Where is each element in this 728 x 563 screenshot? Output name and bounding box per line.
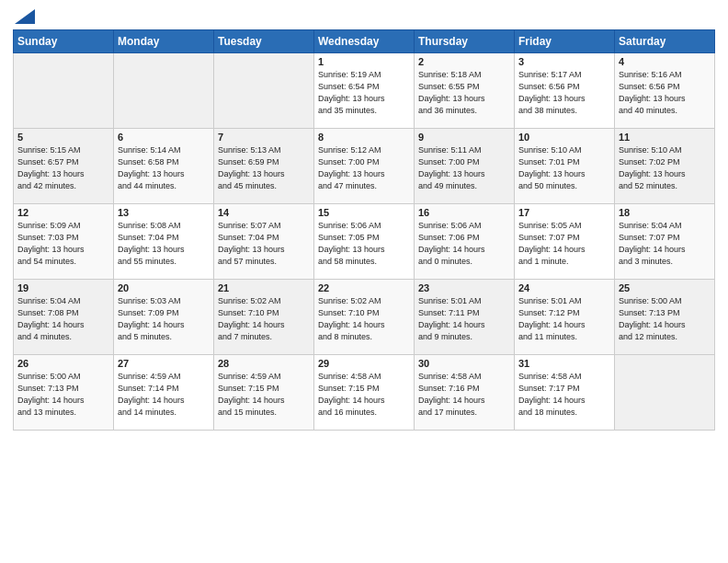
week-row-1: 1Sunrise: 5:19 AM Sunset: 6:54 PM Daylig…	[14, 53, 715, 129]
day-number: 19	[17, 282, 109, 293]
day-info: Sunrise: 5:06 AM Sunset: 7:05 PM Dayligh…	[318, 220, 410, 268]
day-number: 31	[518, 358, 610, 369]
day-number: 9	[418, 132, 510, 143]
day-number: 23	[418, 282, 510, 293]
day-number: 20	[118, 282, 210, 293]
day-info: Sunrise: 5:10 AM Sunset: 7:01 PM Dayligh…	[518, 144, 610, 192]
col-header-wednesday: Wednesday	[314, 30, 415, 53]
calendar-cell: 5Sunrise: 5:15 AM Sunset: 6:57 PM Daylig…	[14, 129, 114, 204]
calendar-cell: 3Sunrise: 5:17 AM Sunset: 6:56 PM Daylig…	[515, 53, 615, 129]
col-header-tuesday: Tuesday	[214, 30, 314, 53]
day-info: Sunrise: 5:17 AM Sunset: 6:56 PM Dayligh…	[518, 69, 610, 117]
calendar-cell	[14, 53, 114, 129]
calendar-cell: 22Sunrise: 5:02 AM Sunset: 7:10 PM Dayli…	[314, 280, 415, 355]
day-info: Sunrise: 5:07 AM Sunset: 7:04 PM Dayligh…	[218, 220, 310, 268]
day-number: 8	[318, 132, 410, 143]
day-number: 1	[318, 56, 410, 67]
day-info: Sunrise: 5:05 AM Sunset: 7:07 PM Dayligh…	[518, 220, 610, 268]
day-info: Sunrise: 5:12 AM Sunset: 7:00 PM Dayligh…	[318, 144, 410, 192]
page-container: SundayMondayTuesdayWednesdayThursdayFrid…	[0, 0, 728, 440]
day-info: Sunrise: 5:04 AM Sunset: 7:08 PM Dayligh…	[17, 295, 109, 343]
day-info: Sunrise: 5:08 AM Sunset: 7:04 PM Dayligh…	[118, 220, 210, 268]
day-info: Sunrise: 5:19 AM Sunset: 6:54 PM Dayligh…	[318, 69, 410, 117]
calendar-cell: 8Sunrise: 5:12 AM Sunset: 7:00 PM Daylig…	[314, 129, 415, 204]
day-number: 13	[118, 207, 210, 218]
day-number: 5	[17, 132, 109, 143]
col-header-friday: Friday	[515, 30, 615, 53]
day-info: Sunrise: 4:59 AM Sunset: 7:14 PM Dayligh…	[118, 371, 210, 419]
calendar-cell: 6Sunrise: 5:14 AM Sunset: 6:58 PM Daylig…	[114, 129, 214, 204]
day-info: Sunrise: 4:59 AM Sunset: 7:15 PM Dayligh…	[218, 371, 310, 419]
day-number: 29	[318, 358, 410, 369]
day-number: 7	[218, 132, 310, 143]
calendar-cell: 17Sunrise: 5:05 AM Sunset: 7:07 PM Dayli…	[515, 204, 615, 280]
calendar-cell: 23Sunrise: 5:01 AM Sunset: 7:11 PM Dayli…	[415, 280, 515, 355]
day-number: 28	[218, 358, 310, 369]
day-number: 17	[518, 207, 610, 218]
day-number: 15	[318, 207, 410, 218]
calendar-cell: 11Sunrise: 5:10 AM Sunset: 7:02 PM Dayli…	[615, 129, 715, 204]
week-row-2: 5Sunrise: 5:15 AM Sunset: 6:57 PM Daylig…	[14, 129, 715, 204]
day-info: Sunrise: 4:58 AM Sunset: 7:15 PM Dayligh…	[318, 371, 410, 419]
calendar-cell	[615, 355, 715, 431]
calendar-header-row: SundayMondayTuesdayWednesdayThursdayFrid…	[14, 30, 715, 53]
logo	[13, 9, 35, 22]
day-info: Sunrise: 5:15 AM Sunset: 6:57 PM Dayligh…	[17, 144, 109, 192]
calendar-cell: 24Sunrise: 5:01 AM Sunset: 7:12 PM Dayli…	[515, 280, 615, 355]
day-info: Sunrise: 5:18 AM Sunset: 6:55 PM Dayligh…	[418, 69, 510, 117]
day-number: 3	[518, 56, 610, 67]
day-number: 11	[619, 132, 711, 143]
calendar-cell: 1Sunrise: 5:19 AM Sunset: 6:54 PM Daylig…	[314, 53, 415, 129]
calendar-cell: 10Sunrise: 5:10 AM Sunset: 7:01 PM Dayli…	[515, 129, 615, 204]
calendar-cell: 18Sunrise: 5:04 AM Sunset: 7:07 PM Dayli…	[615, 204, 715, 280]
day-info: Sunrise: 4:58 AM Sunset: 7:17 PM Dayligh…	[518, 371, 610, 419]
calendar-cell: 29Sunrise: 4:58 AM Sunset: 7:15 PM Dayli…	[314, 355, 415, 431]
calendar-cell: 19Sunrise: 5:04 AM Sunset: 7:08 PM Dayli…	[14, 280, 114, 355]
calendar-cell: 12Sunrise: 5:09 AM Sunset: 7:03 PM Dayli…	[14, 204, 114, 280]
col-header-monday: Monday	[114, 30, 214, 53]
calendar-cell	[114, 53, 214, 129]
calendar-cell: 7Sunrise: 5:13 AM Sunset: 6:59 PM Daylig…	[214, 129, 314, 204]
svg-marker-0	[15, 9, 35, 24]
col-header-sunday: Sunday	[14, 30, 114, 53]
day-number: 18	[619, 207, 711, 218]
calendar-cell: 30Sunrise: 4:58 AM Sunset: 7:16 PM Dayli…	[415, 355, 515, 431]
header	[13, 9, 715, 22]
day-number: 27	[118, 358, 210, 369]
calendar-cell	[214, 53, 314, 129]
calendar-cell: 16Sunrise: 5:06 AM Sunset: 7:06 PM Dayli…	[415, 204, 515, 280]
calendar-cell: 31Sunrise: 4:58 AM Sunset: 7:17 PM Dayli…	[515, 355, 615, 431]
day-number: 16	[418, 207, 510, 218]
calendar-cell: 27Sunrise: 4:59 AM Sunset: 7:14 PM Dayli…	[114, 355, 214, 431]
day-info: Sunrise: 5:06 AM Sunset: 7:06 PM Dayligh…	[418, 220, 510, 268]
day-info: Sunrise: 5:10 AM Sunset: 7:02 PM Dayligh…	[619, 144, 711, 192]
day-number: 24	[518, 282, 610, 293]
week-row-4: 19Sunrise: 5:04 AM Sunset: 7:08 PM Dayli…	[14, 280, 715, 355]
day-number: 25	[619, 282, 711, 293]
day-info: Sunrise: 5:00 AM Sunset: 7:13 PM Dayligh…	[619, 295, 711, 343]
calendar-cell: 25Sunrise: 5:00 AM Sunset: 7:13 PM Dayli…	[615, 280, 715, 355]
day-info: Sunrise: 5:09 AM Sunset: 7:03 PM Dayligh…	[17, 220, 109, 268]
day-number: 14	[218, 207, 310, 218]
col-header-saturday: Saturday	[615, 30, 715, 53]
logo-icon	[15, 9, 35, 24]
calendar-table: SundayMondayTuesdayWednesdayThursdayFrid…	[13, 29, 715, 431]
day-number: 22	[318, 282, 410, 293]
day-info: Sunrise: 5:03 AM Sunset: 7:09 PM Dayligh…	[118, 295, 210, 343]
calendar-cell: 4Sunrise: 5:16 AM Sunset: 6:56 PM Daylig…	[615, 53, 715, 129]
week-row-5: 26Sunrise: 5:00 AM Sunset: 7:13 PM Dayli…	[14, 355, 715, 431]
day-number: 4	[619, 56, 711, 67]
day-info: Sunrise: 5:02 AM Sunset: 7:10 PM Dayligh…	[318, 295, 410, 343]
week-row-3: 12Sunrise: 5:09 AM Sunset: 7:03 PM Dayli…	[14, 204, 715, 280]
day-info: Sunrise: 5:02 AM Sunset: 7:10 PM Dayligh…	[218, 295, 310, 343]
day-number: 10	[518, 132, 610, 143]
day-number: 21	[218, 282, 310, 293]
day-number: 2	[418, 56, 510, 67]
calendar-cell: 28Sunrise: 4:59 AM Sunset: 7:15 PM Dayli…	[214, 355, 314, 431]
calendar-cell: 14Sunrise: 5:07 AM Sunset: 7:04 PM Dayli…	[214, 204, 314, 280]
calendar-cell: 26Sunrise: 5:00 AM Sunset: 7:13 PM Dayli…	[14, 355, 114, 431]
col-header-thursday: Thursday	[415, 30, 515, 53]
calendar-cell: 9Sunrise: 5:11 AM Sunset: 7:00 PM Daylig…	[415, 129, 515, 204]
day-info: Sunrise: 5:01 AM Sunset: 7:12 PM Dayligh…	[518, 295, 610, 343]
calendar-cell: 15Sunrise: 5:06 AM Sunset: 7:05 PM Dayli…	[314, 204, 415, 280]
